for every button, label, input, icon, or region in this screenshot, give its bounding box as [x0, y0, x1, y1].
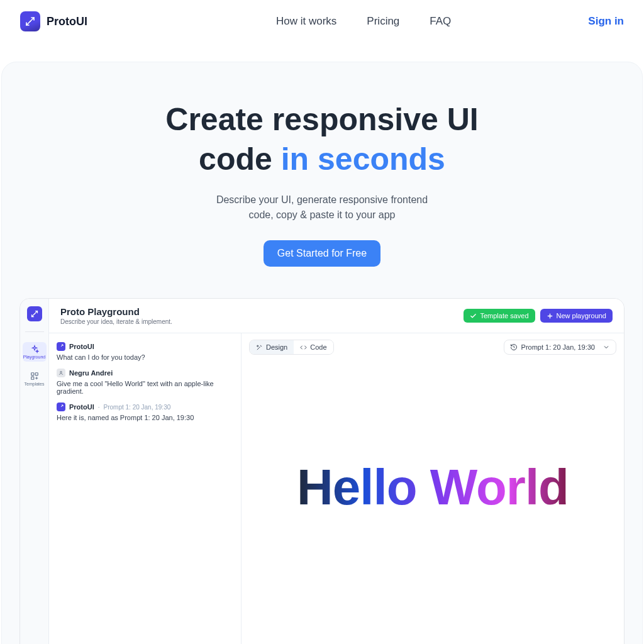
svg-rect-2	[35, 373, 38, 375]
chat-message: ProtoUI · Prompt 1: 20 Jan, 19:30 Here i…	[57, 402, 233, 421]
bot-avatar-icon	[57, 402, 65, 411]
brand[interactable]: ProtoUI	[20, 11, 87, 31]
svg-point-3	[60, 371, 62, 373]
chat-message: ProtoUI What can I do for you today?	[57, 342, 233, 361]
chat-message: Negru Andrei Give me a cool "Hello World…	[57, 369, 233, 395]
code-icon	[300, 344, 307, 351]
canvas-output-text: Hello World	[297, 458, 569, 516]
check-icon	[470, 313, 477, 319]
sidebar-item-templates[interactable]: Templates	[23, 369, 47, 389]
app-topbar: Proto Playground Describe your idea, ite…	[49, 299, 624, 333]
history-icon	[510, 343, 518, 351]
plus-icon	[547, 313, 553, 319]
topbar-title: Proto Playground	[60, 306, 172, 317]
tab-design[interactable]: Design	[250, 340, 294, 354]
nav-pricing[interactable]: Pricing	[367, 15, 399, 28]
sparkle-icon	[30, 345, 39, 353]
workspace: ProtoUI What can I do for you today? Neg…	[49, 333, 624, 644]
canvas-tabs: Design Code	[249, 340, 334, 355]
hero-subtitle: Describe your UI, generate responsive fr…	[14, 192, 630, 223]
brand-icon	[20, 11, 40, 31]
cta-button[interactable]: Get Started for Free	[264, 240, 380, 267]
site-header: ProtoUI How it works Pricing FAQ Sign in	[0, 0, 644, 43]
chevron-down-icon	[602, 343, 610, 351]
new-playground-button[interactable]: New playground	[540, 309, 613, 323]
user-avatar-icon	[57, 369, 65, 377]
signin-link[interactable]: Sign in	[588, 15, 624, 28]
sidebar-item-playground[interactable]: Playground	[23, 342, 47, 362]
app-sidebar: Playground Templates	[20, 299, 49, 644]
app-preview: Playground Templates Proto Playground De…	[19, 298, 625, 644]
svg-rect-0	[31, 373, 33, 375]
sidebar-divider	[25, 331, 44, 332]
template-saved-badge[interactable]: Template saved	[464, 309, 535, 323]
nav-how-it-works[interactable]: How it works	[276, 15, 336, 28]
brand-name: ProtoUI	[47, 15, 87, 28]
nav-faq[interactable]: FAQ	[430, 15, 451, 28]
topbar-subtitle: Describe your idea, iterate & implement.	[60, 318, 172, 325]
hero-section: Create responsive UI code in seconds Des…	[1, 62, 643, 644]
hero-title: Create responsive UI code in seconds	[14, 100, 630, 179]
prompt-select[interactable]: Prompt 1: 20 Jan, 19:30	[504, 340, 616, 355]
canvas: Design Code Prompt 1: 20 Jan, 19:30 Hell…	[242, 333, 624, 644]
sidebar-logo-icon[interactable]	[27, 306, 42, 321]
chat-panel: ProtoUI What can I do for you today? Neg…	[49, 333, 242, 644]
grid-plus-icon	[30, 372, 39, 380]
svg-rect-1	[31, 377, 33, 379]
bot-avatar-icon	[57, 342, 65, 351]
tab-code[interactable]: Code	[294, 340, 333, 354]
wand-icon	[256, 344, 263, 351]
app-main: Proto Playground Describe your idea, ite…	[49, 299, 624, 644]
nav: How it works Pricing FAQ	[276, 15, 451, 28]
